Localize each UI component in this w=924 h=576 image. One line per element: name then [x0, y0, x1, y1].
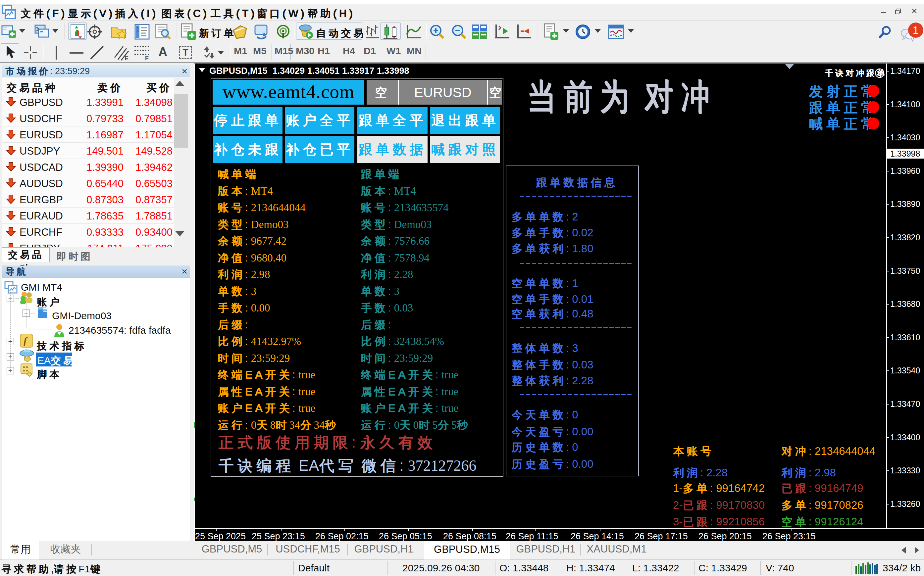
svg-text:1: 1	[913, 24, 919, 36]
svg-text:E: E	[125, 55, 128, 61]
svg-text:F: F	[145, 55, 149, 61]
